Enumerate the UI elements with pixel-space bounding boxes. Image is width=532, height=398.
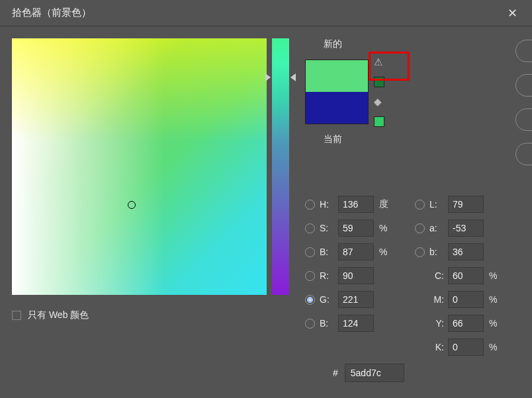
input-hex[interactable] bbox=[345, 364, 404, 382]
hue-slider[interactable] bbox=[272, 38, 289, 295]
titlebar: 拾色器（前景色） ✕ bbox=[0, 0, 532, 26]
unit-k: % bbox=[488, 342, 505, 352]
input-bv[interactable] bbox=[338, 243, 374, 260]
radio-g[interactable] bbox=[305, 295, 315, 305]
swatch-warnings: ⚠ ◆ bbox=[374, 54, 384, 130]
add-swatch-button[interactable]: 添加到色板 bbox=[515, 108, 532, 131]
input-g[interactable] bbox=[338, 291, 374, 308]
radio-b[interactable] bbox=[305, 319, 315, 329]
right-panel: 确定 复位 添加到色板 颜色库 bbox=[515, 38, 532, 382]
input-l[interactable] bbox=[448, 196, 484, 213]
unit-m: % bbox=[488, 294, 505, 305]
new-color-swatch[interactable] bbox=[306, 60, 368, 92]
unit-h: 度 bbox=[378, 198, 395, 210]
picker-row bbox=[12, 38, 289, 295]
mid-panel: 新的 ⚠ ◆ 当前 bbox=[305, 38, 505, 382]
label-s: S: bbox=[320, 223, 335, 233]
ok-button[interactable]: 确定 bbox=[515, 40, 532, 62]
label-y: Y: bbox=[429, 318, 445, 329]
content: 只有 Web 颜色 新的 ⚠ ◆ bbox=[0, 26, 532, 391]
input-c[interactable] bbox=[448, 267, 484, 284]
label-g: G: bbox=[320, 294, 335, 305]
unit-c: % bbox=[488, 270, 505, 281]
input-h[interactable] bbox=[338, 196, 374, 213]
unit-y: % bbox=[488, 318, 505, 329]
hue-arrow-left-icon bbox=[265, 73, 271, 81]
web-only-label: 只有 Web 颜色 bbox=[28, 309, 89, 321]
label-b: B: bbox=[320, 318, 335, 329]
hue-arrow-right-icon bbox=[290, 73, 296, 81]
label-m: M: bbox=[429, 294, 445, 305]
unit-bv: % bbox=[378, 247, 395, 257]
reset-button[interactable]: 复位 bbox=[515, 74, 532, 97]
hex-prefix: # bbox=[333, 368, 338, 378]
color-library-button[interactable]: 颜色库 bbox=[515, 143, 532, 165]
input-r[interactable] bbox=[338, 267, 374, 284]
saturation-value-field[interactable] bbox=[12, 38, 267, 295]
radio-h[interactable] bbox=[305, 200, 315, 210]
radio-s[interactable] bbox=[305, 223, 315, 233]
label-l: L: bbox=[429, 199, 445, 210]
unit-s: % bbox=[378, 223, 395, 233]
label-c: C: bbox=[429, 270, 445, 281]
sv-cursor[interactable] bbox=[128, 201, 136, 209]
radio-l[interactable] bbox=[415, 200, 425, 210]
left-panel: 只有 Web 颜色 bbox=[12, 38, 289, 382]
input-b[interactable] bbox=[338, 315, 374, 332]
websafe-warning-icon[interactable]: ◆ bbox=[374, 96, 382, 108]
close-icon[interactable]: ✕ bbox=[502, 3, 523, 23]
swatch-stack bbox=[305, 60, 369, 124]
radio-lab-b[interactable] bbox=[415, 247, 425, 257]
label-a: a: bbox=[429, 223, 445, 233]
input-k[interactable] bbox=[448, 338, 484, 356]
hex-row: # bbox=[333, 364, 505, 382]
input-s[interactable] bbox=[338, 219, 374, 237]
radio-bv[interactable] bbox=[305, 247, 315, 257]
label-r: R: bbox=[320, 270, 335, 281]
color-inputs: H: 度 L: S: % a: B: % b: bbox=[305, 196, 505, 356]
gamut-warning-icon[interactable]: ⚠ bbox=[374, 56, 382, 68]
window-title: 拾色器（前景色） bbox=[12, 7, 91, 19]
hue-strip[interactable] bbox=[272, 38, 289, 295]
radio-r[interactable] bbox=[305, 271, 315, 281]
gamut-nearest-swatch[interactable] bbox=[374, 77, 384, 87]
label-lab-b: b: bbox=[429, 247, 445, 257]
current-color-label: 当前 bbox=[324, 134, 505, 145]
radio-a[interactable] bbox=[415, 223, 425, 233]
current-color-swatch[interactable] bbox=[306, 92, 368, 124]
websafe-nearest-swatch[interactable] bbox=[374, 116, 384, 127]
label-bv: B: bbox=[320, 247, 335, 257]
input-y[interactable] bbox=[448, 315, 484, 332]
label-h: H: bbox=[320, 199, 335, 210]
web-only-checkbox[interactable] bbox=[12, 311, 21, 320]
input-m[interactable] bbox=[448, 291, 484, 308]
input-a[interactable] bbox=[448, 219, 484, 237]
new-color-label: 新的 bbox=[324, 38, 505, 50]
input-lab-b[interactable] bbox=[448, 243, 484, 260]
web-only-row: 只有 Web 颜色 bbox=[12, 309, 289, 321]
label-k: K: bbox=[429, 342, 445, 352]
swatch-row: ⚠ ◆ bbox=[305, 54, 505, 130]
